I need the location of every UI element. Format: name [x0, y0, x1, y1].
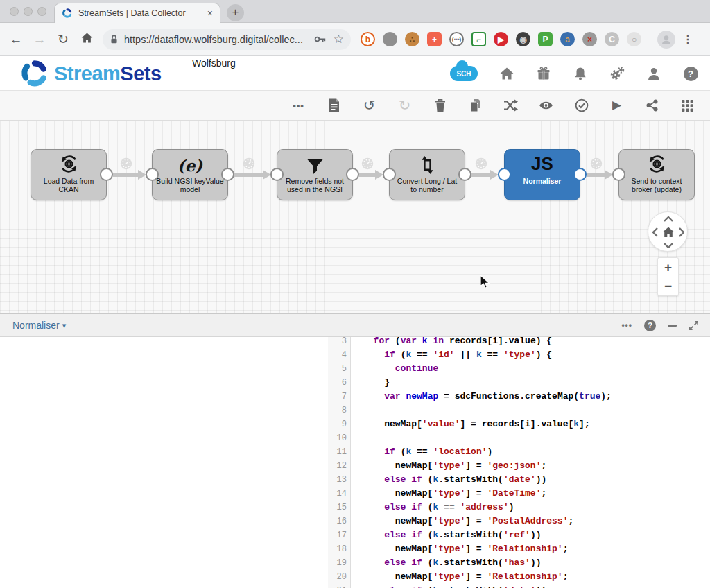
o-ring-extension-icon[interactable]: ○: [627, 32, 641, 46]
output-port[interactable]: [573, 168, 587, 181]
code-line[interactable]: newMap['type'] = 'Relationship';: [363, 570, 710, 584]
amazon-assistant-extension-icon[interactable]: a: [560, 32, 575, 46]
code-line[interactable]: var newMap = sdcFunctions.createMap(true…: [363, 390, 710, 404]
duplicate-copy-icon[interactable]: [468, 98, 483, 113]
screenshot-frame-extension-icon[interactable]: ⌐: [471, 32, 486, 46]
stage-connector[interactable]: [234, 173, 263, 177]
code-line[interactable]: }: [363, 376, 710, 390]
c-badge-extension-icon[interactable]: C: [605, 32, 619, 46]
document-icon[interactable]: [327, 98, 341, 113]
back-button[interactable]: ←: [4, 32, 28, 47]
new-tab-button[interactable]: +: [227, 4, 244, 21]
code-line[interactable]: else if (k.startsWith('date')): [363, 584, 710, 588]
pan-left-icon[interactable]: [652, 227, 658, 237]
stage-connector[interactable]: [587, 173, 605, 177]
pan-home-icon[interactable]: [662, 226, 675, 239]
input-port[interactable]: [383, 168, 396, 181]
output-port[interactable]: [100, 168, 113, 181]
code-line[interactable]: newMap['type'] = 'geo:json';: [363, 459, 710, 473]
code-line[interactable]: [363, 404, 710, 417]
panel-expand-icon[interactable]: [689, 320, 699, 331]
pipeline-canvas[interactable]: Load Data from CKAN(e)Build NGSI keyValu…: [0, 121, 710, 313]
code-line[interactable]: else if (k.startsWith('ref')): [363, 528, 710, 542]
forward-button[interactable]: →: [28, 32, 51, 47]
run-play-icon[interactable]: ▶: [609, 98, 624, 113]
grid-menu-icon[interactable]: [680, 98, 695, 113]
pipeline-stage-1[interactable]: Load Data from CKAN: [31, 149, 107, 200]
send-arrow-extension-icon[interactable]: ▶: [494, 32, 508, 46]
shuffle-icon[interactable]: [503, 98, 518, 113]
stage-connector[interactable]: [113, 173, 138, 177]
password-key-icon[interactable]: [314, 35, 327, 44]
pan-control[interactable]: [648, 211, 688, 252]
code-line[interactable]: [363, 431, 710, 445]
pan-up-icon[interactable]: [664, 216, 673, 222]
stage-connector[interactable]: [471, 173, 490, 177]
sch-cloud-badge[interactable]: SCH: [449, 65, 478, 82]
settings-gears-icon[interactable]: [609, 65, 625, 82]
code-braces-extension-icon[interactable]: (⋯): [449, 32, 464, 46]
input-port[interactable]: [146, 168, 159, 181]
code-line[interactable]: if (k == 'id' || k == 'type') {: [363, 348, 710, 362]
gift-icon[interactable]: [535, 65, 552, 82]
user-icon[interactable]: [646, 65, 662, 82]
share-icon[interactable]: [645, 98, 659, 113]
tab-close-icon[interactable]: ×: [207, 8, 213, 19]
home-icon[interactable]: [499, 65, 515, 82]
output-port[interactable]: [346, 168, 359, 181]
url-text[interactable]: https://dataflow.wolfsburg.digital/colle…: [124, 34, 314, 45]
undo-icon[interactable]: ↺: [362, 98, 376, 113]
panel-minimize-icon[interactable]: [668, 325, 677, 327]
output-port[interactable]: [458, 168, 471, 181]
browser-menu-icon[interactable]: ⋮: [682, 33, 693, 46]
notifications-bell-icon[interactable]: [572, 65, 589, 82]
code-line[interactable]: if (k == 'location'): [363, 445, 710, 459]
stage-selector-dropdown[interactable]: Normaliser: [12, 320, 60, 331]
delete-trash-icon[interactable]: [433, 98, 447, 113]
code-editor[interactable]: for (var k in records[i].value) { if (k …: [352, 337, 710, 588]
traffic-light-close-button[interactable]: [10, 7, 19, 16]
validate-check-icon[interactable]: [574, 98, 589, 113]
browser-tab[interactable]: StreamSets | Data Collector ×: [54, 3, 220, 23]
help-icon[interactable]: ?: [682, 65, 699, 82]
browser-home-button[interactable]: [75, 31, 98, 48]
cookie-extension-icon[interactable]: ∴: [405, 32, 419, 46]
pipeline-stage-6[interactable]: Send to context broker (update): [618, 149, 695, 200]
panel-more-icon[interactable]: •••: [621, 320, 632, 330]
address-bar[interactable]: https://dataflow.wolfsburg.digital/colle…: [103, 29, 351, 50]
bing-extension-icon[interactable]: b: [361, 32, 375, 46]
code-line[interactable]: newMap['type'] = 'PostalAddress';: [363, 514, 710, 528]
plus-extension-icon[interactable]: +: [427, 32, 442, 46]
pipeline-stage-2[interactable]: (e)Build NGSI keyValue model: [152, 149, 228, 200]
traffic-light-zoom-button[interactable]: [37, 7, 46, 16]
browser-profile-avatar[interactable]: [657, 31, 675, 49]
code-line[interactable]: else if (k.startsWith('has')): [363, 556, 710, 570]
dark-globe-extension-icon[interactable]: ◉: [516, 32, 530, 46]
code-line[interactable]: else if (k.startsWith('date')): [363, 473, 710, 487]
pan-down-icon[interactable]: [664, 243, 673, 248]
camera-blocked-extension-icon[interactable]: ×: [582, 32, 597, 46]
code-line[interactable]: newMap['type'] = 'Relationship';: [363, 542, 710, 556]
input-port[interactable]: [270, 168, 284, 181]
code-line[interactable]: continue: [363, 362, 710, 376]
input-port[interactable]: [498, 168, 511, 181]
stage-connector[interactable]: [359, 173, 375, 177]
pan-right-icon[interactable]: [679, 227, 684, 237]
code-line[interactable]: else if (k == 'address'): [363, 501, 710, 514]
traffic-light-minimize-button[interactable]: [24, 7, 33, 16]
code-line[interactable]: for (var k in records[i].value) {: [363, 337, 710, 348]
reload-button[interactable]: ↻: [51, 31, 75, 47]
pipeline-stage-4[interactable]: Convert Long / Lat to number: [389, 149, 465, 200]
input-port[interactable]: [612, 168, 625, 181]
panel-help-icon[interactable]: ?: [644, 320, 656, 331]
pipeline-stage-3[interactable]: Remove fields not used in the NGSI: [277, 149, 353, 200]
chevron-down-icon[interactable]: ▾: [62, 321, 67, 330]
more-ellipsis-icon[interactable]: •••: [291, 98, 306, 113]
code-line[interactable]: newMap['type'] = 'DateTime';: [363, 487, 710, 501]
code-line[interactable]: newMap['value'] = records[i].value[k];: [363, 417, 710, 431]
streamsets-logo[interactable]: StreamSets: [19, 58, 162, 89]
zoom-in-button[interactable]: +: [658, 258, 678, 277]
pipeline-stage-5[interactable]: JSNormaliser: [504, 149, 580, 200]
privacy-badger-extension-icon[interactable]: P: [538, 32, 553, 46]
preview-eye-icon[interactable]: [539, 98, 553, 113]
